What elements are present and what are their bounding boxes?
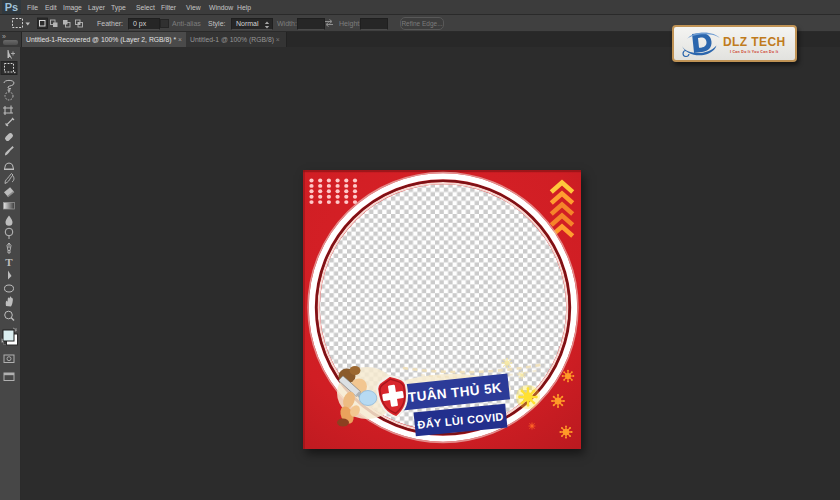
svg-text:T: T (5, 256, 13, 268)
